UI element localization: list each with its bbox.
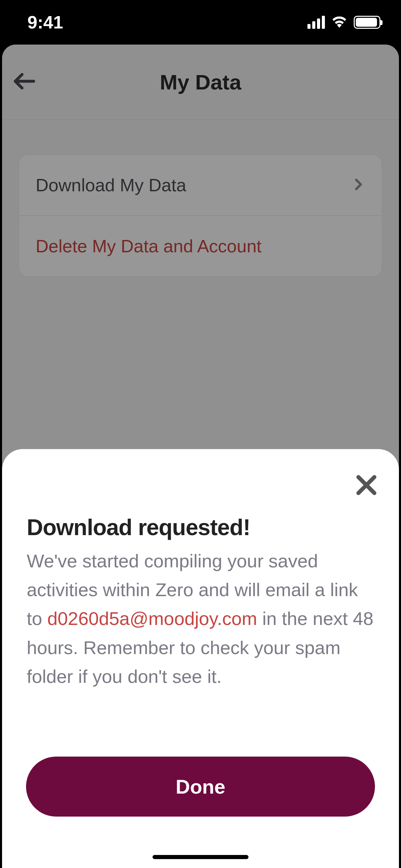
status-bar: 9:41: [0, 0, 401, 45]
close-button[interactable]: [354, 473, 378, 498]
status-icons: [307, 15, 380, 29]
cellular-icon: [307, 16, 325, 29]
sheet-email: d0260d5a@moodjoy.com: [47, 608, 257, 629]
download-requested-sheet: Download requested! We've started compil…: [2, 449, 399, 868]
done-button[interactable]: Done: [26, 757, 375, 817]
home-indicator: [153, 855, 248, 859]
battery-icon: [354, 16, 380, 29]
wifi-icon: [331, 15, 348, 29]
status-time: 9:41: [27, 12, 63, 33]
sheet-title: Download requested!: [27, 514, 374, 540]
sheet-body: We've started compiling your saved activ…: [27, 546, 374, 691]
